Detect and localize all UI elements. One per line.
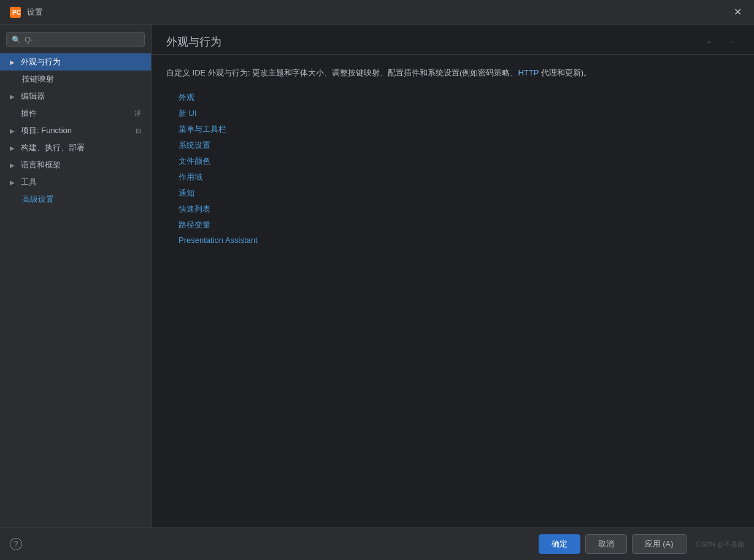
- chevron-icon: ▶: [10, 162, 17, 169]
- link-notifications[interactable]: 通知: [179, 188, 739, 199]
- link-presentation-assistant[interactable]: Presentation Assistant: [179, 236, 739, 245]
- sidebar-item-keymap[interactable]: 按键映射: [0, 71, 151, 88]
- link-path-variables[interactable]: 路径变量: [179, 220, 739, 231]
- link-system-settings[interactable]: 系统设置: [179, 140, 739, 151]
- cancel-button[interactable]: 取消: [585, 534, 627, 554]
- content-description: 自定义 IDE 外观与行为: 更改主题和字体大小、调整按键映射、配置插件和系统设…: [166, 67, 739, 80]
- footer-left: ?: [10, 538, 22, 550]
- apply-button[interactable]: 应用 (A): [632, 534, 687, 554]
- sidebar-item-tools[interactable]: ▶ 工具: [0, 174, 151, 191]
- search-input[interactable]: [25, 35, 139, 44]
- link-new-ui[interactable]: 新 UI: [179, 108, 739, 119]
- link-file-colors[interactable]: 文件颜色: [179, 156, 739, 167]
- content-header: 外观与行为 ← →: [152, 25, 754, 55]
- content-body: 自定义 IDE 外观与行为: 更改主题和字体大小、调整按键映射、配置插件和系统设…: [152, 55, 754, 527]
- window-title: 设置: [27, 7, 43, 18]
- link-quick-lists[interactable]: 快速列表: [179, 204, 739, 215]
- link-appearance[interactable]: 外观: [179, 92, 739, 103]
- description-text: 自定义 IDE 外观与行为: 更改主题和字体大小、调整按键映射、配置插件和系统设…: [166, 68, 518, 77]
- sidebar-item-label: 语言和框架: [21, 159, 141, 171]
- content-links: 外观 新 UI 菜单与工具栏 系统设置 文件颜色 作用域 通知 快速列表 路径变…: [166, 92, 739, 245]
- link-menus-toolbars[interactable]: 菜单与工具栏: [179, 124, 739, 135]
- sidebar-item-language[interactable]: ▶ 语言和框架: [0, 156, 151, 174]
- ok-button[interactable]: 确定: [539, 534, 580, 554]
- sidebar-item-appearance[interactable]: ▶ 外观与行为: [0, 53, 151, 71]
- plugin-translate-badge: 译: [134, 109, 141, 118]
- sidebar-item-label: 项目: Function: [21, 125, 133, 136]
- back-button[interactable]: ←: [702, 36, 718, 48]
- search-box[interactable]: 🔍: [6, 32, 145, 47]
- sidebar-item-editor[interactable]: ▶ 编辑器: [0, 88, 151, 105]
- chevron-icon: ▶: [10, 145, 17, 152]
- chevron-icon: ▶: [10, 59, 17, 66]
- help-button[interactable]: ?: [10, 538, 22, 550]
- chevron-icon: ▶: [10, 179, 17, 186]
- sidebar-item-label: 插件: [21, 108, 132, 119]
- footer: ? 确定 取消 应用 (A) CSDN @不是颜: [0, 527, 754, 560]
- sidebar: 🔍 ▶ 外观与行为 按键映射 ▶ 编辑器 ▶ 插件 译 ▶ 项目: Functi…: [0, 25, 152, 527]
- sidebar-item-label: 按键映射: [22, 74, 141, 85]
- sidebar-item-plugins[interactable]: ▶ 插件 译: [0, 105, 151, 122]
- sidebar-item-label: 高级设置: [22, 194, 141, 205]
- svg-text:PC: PC: [12, 9, 21, 16]
- chevron-icon: ▶: [10, 93, 17, 100]
- sidebar-item-label: 编辑器: [21, 91, 141, 102]
- sidebar-item-label: 外观与行为: [21, 56, 141, 67]
- sidebar-item-label: 工具: [21, 177, 141, 188]
- sidebar-item-build[interactable]: ▶ 构建、执行、部署: [0, 139, 151, 156]
- description-highlight: HTTP: [518, 68, 539, 77]
- link-scopes[interactable]: 作用域: [179, 172, 739, 183]
- forward-button[interactable]: →: [723, 36, 739, 48]
- description-end: 代理和更新)。: [539, 68, 591, 77]
- sidebar-item-project[interactable]: ▶ 项目: Function ⊟: [0, 122, 151, 139]
- sidebar-item-label: 构建、执行、部署: [21, 142, 141, 153]
- watermark-text: CSDN @不是颜: [696, 540, 744, 549]
- close-button[interactable]: ✕: [731, 6, 744, 18]
- app-logo: PC: [10, 7, 21, 18]
- nav-arrows: ← →: [702, 36, 739, 48]
- chevron-icon: ▶: [10, 128, 17, 134]
- content-area: 外观与行为 ← → 自定义 IDE 外观与行为: 更改主题和字体大小、调整按键映…: [152, 25, 754, 527]
- sidebar-item-advanced[interactable]: 高级设置: [0, 191, 151, 208]
- project-icon: ⊟: [136, 127, 141, 135]
- search-icon: 🔍: [12, 36, 21, 44]
- title-bar: PC 设置 ✕: [0, 0, 754, 25]
- content-title: 外观与行为: [166, 34, 702, 49]
- main-layout: 🔍 ▶ 外观与行为 按键映射 ▶ 编辑器 ▶ 插件 译 ▶ 项目: Functi…: [0, 25, 754, 527]
